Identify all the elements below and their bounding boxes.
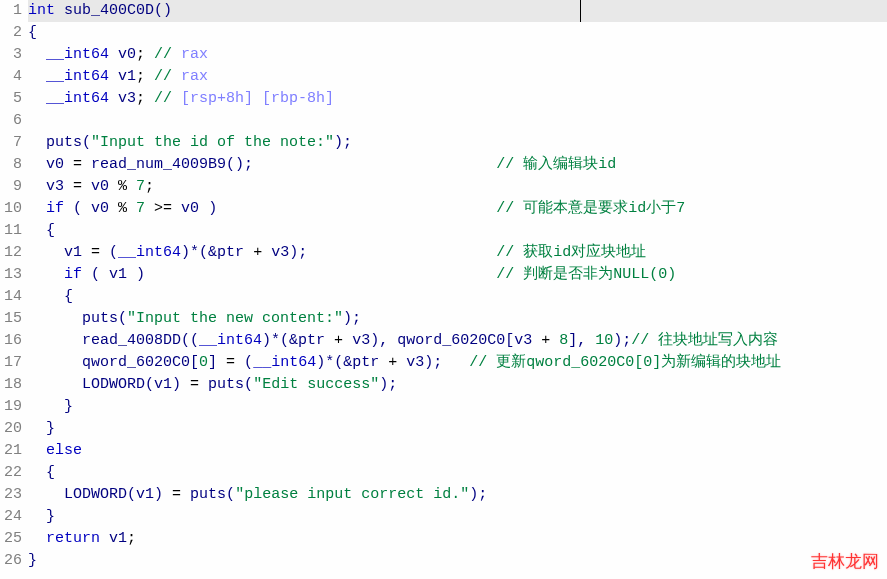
string: "please input correct id." (235, 486, 469, 503)
variable: ptr (352, 354, 379, 371)
line-number: 22 (0, 462, 22, 484)
paren: ( (145, 376, 154, 393)
line-number: 21 (0, 440, 22, 462)
paren: ) (172, 376, 181, 393)
keyword: return (46, 530, 100, 547)
brace: { (28, 24, 37, 41)
code-line[interactable]: { (28, 462, 887, 484)
code-line[interactable]: LODWORD(v1) = puts("please input correct… (28, 484, 887, 506)
line-number: 16 (0, 330, 22, 352)
paren: ) (154, 486, 163, 503)
indent (28, 178, 46, 195)
code-line[interactable]: __int64 v1; // rax (28, 66, 887, 88)
indent (28, 134, 46, 151)
variable: v1 (154, 376, 172, 393)
indent (28, 486, 64, 503)
code-line[interactable]: puts("Input the new content:"); (28, 308, 887, 330)
type-keyword: __int64 (199, 332, 262, 349)
line-number: 6 (0, 110, 22, 132)
variable: v1 (109, 530, 127, 547)
code-line[interactable]: puts("Input the id of the note:"); (28, 132, 887, 154)
code-line[interactable]: { (28, 22, 887, 44)
code-line[interactable] (28, 110, 887, 132)
code-line[interactable]: } (28, 418, 887, 440)
variable: qword_6020C0 (397, 332, 505, 349)
space (100, 530, 109, 547)
paren: ( (226, 486, 235, 503)
comment-slash: // (154, 68, 181, 85)
variable: ptr (298, 332, 325, 349)
paren: () (154, 2, 172, 19)
comment-slash: // (154, 90, 181, 107)
code-line[interactable]: v0 = read_num_4009B9(); // 输入编辑块id (28, 154, 887, 176)
indent (28, 332, 82, 349)
code-line[interactable]: } (28, 396, 887, 418)
paren: ( (64, 200, 91, 217)
variable: v3 (118, 90, 136, 107)
paren: ( (82, 266, 109, 283)
gap (145, 266, 496, 283)
string: "Input the new content:" (127, 310, 343, 327)
number: 10 (595, 332, 613, 349)
line-number: 17 (0, 352, 22, 374)
brace: { (28, 464, 55, 481)
code-line[interactable]: return v1; (28, 528, 887, 550)
indent (28, 266, 64, 283)
code-line[interactable]: LODWORD(v1) = puts("Edit success"); (28, 374, 887, 396)
code-line[interactable]: } (28, 506, 887, 528)
variable: v1 (118, 68, 136, 85)
paren: ) (127, 266, 145, 283)
code-line[interactable]: v1 = (__int64)*(&ptr + v3); // 获取id对应块地址 (28, 242, 887, 264)
line-number: 10 (0, 198, 22, 220)
deref: *(& (190, 244, 217, 261)
variable: v3 (514, 332, 532, 349)
indent (28, 442, 46, 459)
code-area[interactable]: int sub_400C0D() { __int64 v0; // rax __… (28, 0, 887, 579)
paren: ); (334, 134, 352, 151)
op: = (181, 376, 208, 393)
brace: } (28, 398, 73, 415)
bracket: ] (208, 354, 217, 371)
paren: ); (343, 310, 361, 327)
code-line[interactable]: if ( v1 ) // 判断是否非为NULL(0) (28, 264, 887, 286)
paren: ); (289, 244, 307, 261)
op: = (64, 178, 91, 195)
code-line[interactable]: else (28, 440, 887, 462)
bracket: [ (505, 332, 514, 349)
code-line[interactable]: int sub_400C0D() (28, 0, 887, 22)
variable: v1 (136, 486, 154, 503)
code-editor[interactable]: 1234567891011121314151617181920212223242… (0, 0, 887, 579)
indent (28, 310, 82, 327)
op: >= (145, 200, 181, 217)
brace: } (28, 508, 55, 525)
variable: v3 (271, 244, 289, 261)
code-line[interactable]: __int64 v0; // rax (28, 44, 887, 66)
paren: ); (469, 486, 487, 503)
paren: ); (424, 354, 442, 371)
paren: ( (244, 376, 253, 393)
code-line[interactable]: read_4008DD((__int64)*(&ptr + v3), qword… (28, 330, 887, 352)
op: + (244, 244, 271, 261)
gap (253, 156, 496, 173)
keyword: else (46, 442, 82, 459)
code-line[interactable]: { (28, 220, 887, 242)
line-number: 24 (0, 506, 22, 528)
line-number: 9 (0, 176, 22, 198)
op: = (163, 486, 190, 503)
code-line[interactable]: __int64 v3; // [rsp+8h] [rbp-8h] (28, 88, 887, 110)
code-line[interactable]: if ( v0 % 7 >= v0 ) // 可能本意是要求id小于7 (28, 198, 887, 220)
variable: v3 (46, 178, 64, 195)
code-line[interactable]: qword_6020C0[0] = (__int64)*(&ptr + v3);… (28, 352, 887, 374)
paren: ( (82, 134, 91, 151)
variable: v0 (118, 46, 136, 63)
variable: v0 (91, 178, 109, 195)
code-line[interactable]: } (28, 550, 887, 572)
call: puts (208, 376, 244, 393)
caret (580, 0, 581, 22)
call: read_num_4009B9 (91, 156, 226, 173)
code-line[interactable]: v3 = v0 % 7; (28, 176, 887, 198)
number: 0 (199, 354, 208, 371)
type-keyword: __int64 (46, 46, 109, 63)
paren: (); (226, 156, 253, 173)
code-line[interactable]: { (28, 286, 887, 308)
